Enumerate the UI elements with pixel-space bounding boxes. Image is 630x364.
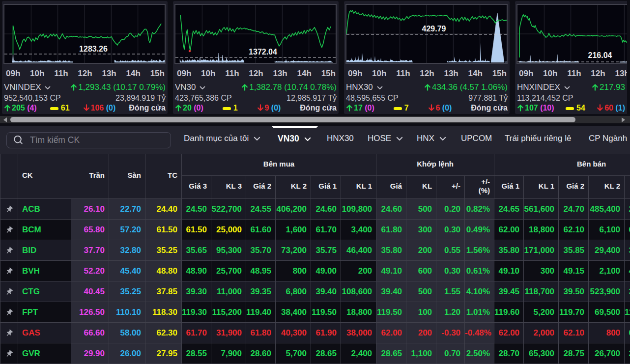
svg-text:429.79: 429.79 (422, 25, 446, 33)
svg-text:1372.04: 1372.04 (249, 48, 277, 56)
svg-text:1283.26: 1283.26 (79, 45, 108, 53)
svg-text:216.04: 216.04 (588, 51, 612, 59)
